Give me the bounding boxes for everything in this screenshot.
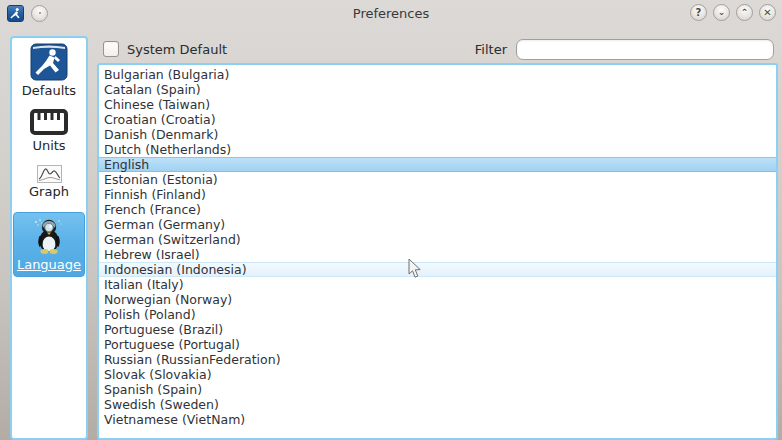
list-item[interactable]: Polish (Poland) <box>99 307 776 322</box>
help-button[interactable]: ? <box>690 4 707 21</box>
sidebar-item-label: Defaults <box>22 83 76 98</box>
sidebar-item-defaults[interactable]: Defaults <box>14 42 84 98</box>
list-item[interactable]: Norwegian (Norway) <box>99 292 776 307</box>
sidebar-item-label: Units <box>32 138 65 153</box>
close-button[interactable]: ✕ <box>759 4 776 21</box>
list-item[interactable]: German (Switzerland) <box>99 232 776 247</box>
list-item[interactable]: Hebrew (Israel) <box>99 247 776 262</box>
list-item[interactable]: Chinese (Taiwan) <box>99 97 776 112</box>
list-item[interactable]: Croatian (Croatia) <box>99 112 776 127</box>
sidebar-item-label: Graph <box>29 184 69 199</box>
pin-button[interactable] <box>31 5 48 22</box>
chevron-up-icon: ⌃ <box>741 8 749 17</box>
language-list[interactable]: Bulgarian (Bulgaria)Catalan (Spain)Chine… <box>97 63 778 440</box>
sidebar-item-label: Language <box>17 257 81 272</box>
list-item[interactable]: Catalan (Spain) <box>99 82 776 97</box>
list-item[interactable]: Italian (Italy) <box>99 277 776 292</box>
diver-glyph <box>9 7 22 20</box>
filter-input[interactable] <box>516 39 774 60</box>
list-item[interactable]: English <box>99 157 776 172</box>
system-default-label: System Default <box>127 42 227 57</box>
question-icon: ? <box>696 7 702 17</box>
shade-down-button[interactable]: ⌄ <box>713 4 730 21</box>
list-item[interactable]: Estonian (Estonia) <box>99 172 776 187</box>
list-item[interactable]: Portuguese (Portugal) <box>99 337 776 352</box>
sidebar-item-units[interactable]: Units <box>14 107 84 153</box>
graph-profile-icon <box>37 164 62 183</box>
subsurface-app-icon <box>7 5 24 22</box>
filter-label: Filter <box>475 42 507 57</box>
list-item[interactable]: Vietnamese (VietNam) <box>99 412 776 427</box>
ruler-icon <box>29 107 69 137</box>
list-item[interactable]: Dutch (Netherlands) <box>99 142 776 157</box>
list-item[interactable]: Indonesian (Indonesia) <box>99 262 776 277</box>
sidebar-item-language[interactable]: Language <box>13 212 85 277</box>
list-item[interactable]: Danish (Denmark) <box>99 127 776 142</box>
list-item[interactable]: German (Germany) <box>99 217 776 232</box>
window-titlebar[interactable]: Preferences ? ⌄ ⌃ ✕ <box>0 0 782 26</box>
diver-icon <box>30 42 68 82</box>
chevron-down-icon: ⌄ <box>718 8 726 17</box>
system-default-checkbox[interactable] <box>103 41 119 57</box>
close-icon: ✕ <box>763 7 771 17</box>
list-controls: System Default Filter <box>97 37 778 61</box>
list-item[interactable]: Spanish (Spain) <box>99 382 776 397</box>
list-item[interactable]: Russian (RussianFederation) <box>99 352 776 367</box>
list-item[interactable]: French (France) <box>99 202 776 217</box>
preferences-sidebar: Defaults Units Graph <box>10 36 88 440</box>
shade-up-button[interactable]: ⌃ <box>736 4 753 21</box>
list-item[interactable]: Finnish (Finland) <box>99 187 776 202</box>
list-item[interactable]: Slovak (Slovakia) <box>99 367 776 382</box>
list-item[interactable]: Swedish (Sweden) <box>99 397 776 412</box>
list-item[interactable]: Bulgarian (Bulgaria) <box>99 67 776 82</box>
window-title: Preferences <box>0 0 782 26</box>
list-item[interactable]: Portuguese (Brazil) <box>99 322 776 337</box>
tux-penguin-icon <box>29 216 69 256</box>
sidebar-item-graph[interactable]: Graph <box>14 164 84 199</box>
